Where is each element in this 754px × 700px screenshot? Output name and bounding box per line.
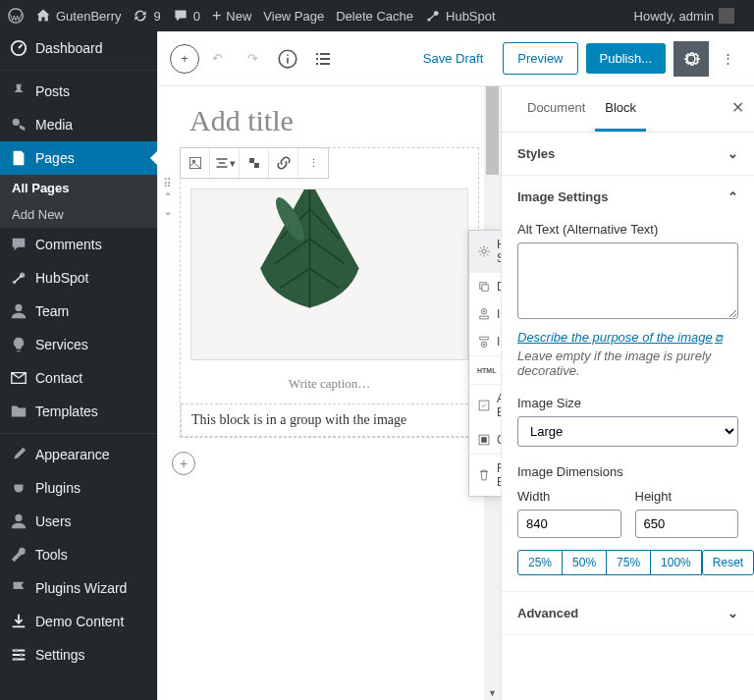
pages-submenu: All Pages Add New: [0, 175, 157, 228]
more-menu[interactable]: ⋮: [713, 51, 742, 66]
add-to-reusable[interactable]: Add to Reusable Blocks: [469, 385, 501, 426]
menu-services[interactable]: Services: [0, 328, 157, 361]
block-editor: + ↶ ↷ Save Draft Preview Publish... ⋮ Ad…: [157, 31, 754, 700]
duplicate-block[interactable]: DuplicateCtrl+Shift+D: [469, 273, 501, 300]
avatar: [719, 8, 734, 24]
insert-after[interactable]: Insert AfterCtrl+Alt+Y: [469, 328, 501, 355]
settings-toggle[interactable]: [673, 41, 709, 77]
redo-button[interactable]: ↷: [235, 41, 270, 77]
delete-cache[interactable]: Delete Cache: [336, 9, 413, 24]
submenu-add-new[interactable]: Add New: [0, 201, 157, 228]
block-options-dropdown: Hide Block SettingsCtrl+Shift+, Duplicat…: [468, 230, 501, 497]
image-caption[interactable]: Write caption…: [181, 370, 478, 398]
updates[interactable]: 9: [133, 8, 160, 24]
menu-posts[interactable]: Posts: [0, 75, 157, 108]
insert-before[interactable]: Insert BeforeCtrl+Alt+T: [469, 300, 501, 328]
site-name[interactable]: GutenBerry: [35, 8, 121, 24]
panel-styles-toggle[interactable]: Styles⌄: [502, 133, 754, 175]
trash-icon: [477, 468, 491, 482]
describe-link[interactable]: Describe the purpose of the image⧉: [517, 330, 723, 345]
menu-demo-content[interactable]: Demo Content: [0, 605, 157, 638]
group-block[interactable]: ⠿⌃⌄ ▾ ⋮: [180, 147, 479, 438]
link-button[interactable]: [269, 148, 298, 178]
block-more-button[interactable]: ⋮: [298, 148, 328, 178]
image-size-select[interactable]: Large: [517, 416, 738, 447]
image-content: [191, 189, 467, 360]
svg-point-17: [482, 249, 486, 253]
width-label: Width: [517, 489, 621, 504]
panel-advanced-toggle[interactable]: Advanced⌄: [502, 592, 754, 634]
svg-point-10: [20, 653, 24, 657]
block-type-button[interactable]: [181, 148, 210, 178]
menu-hubspot[interactable]: HubSpot: [0, 261, 157, 295]
svg-point-14: [192, 160, 194, 162]
menu-settings[interactable]: Settings: [0, 638, 157, 672]
menu-media[interactable]: Media: [0, 108, 157, 141]
chevron-down-icon: ⌄: [727, 606, 738, 620]
post-title[interactable]: Add title: [158, 86, 501, 147]
editor-canvas[interactable]: Add title ⠿⌃⌄ ▾ ⋮: [158, 86, 501, 700]
undo-button[interactable]: ↶: [199, 41, 235, 77]
alt-text-input[interactable]: [517, 242, 738, 319]
user-icon: [10, 512, 27, 530]
reset-size-button[interactable]: Reset: [702, 550, 754, 575]
menu-users[interactable]: Users: [0, 505, 157, 538]
height-input[interactable]: [635, 510, 739, 538]
group-blocks[interactable]: Group: [469, 426, 501, 454]
size-25-button[interactable]: 25%: [517, 550, 563, 575]
refresh-icon: [133, 8, 148, 24]
hide-block-settings[interactable]: Hide Block SettingsCtrl+Shift+,: [469, 231, 501, 272]
save-draft-button[interactable]: Save Draft: [411, 43, 495, 74]
add-block-below[interactable]: +: [172, 452, 195, 475]
block-mover[interactable]: ⠿⌃⌄: [163, 178, 173, 217]
alt-hint: Leave empty if the image is purely decor…: [517, 349, 738, 378]
width-input[interactable]: [517, 510, 621, 538]
menu-pages[interactable]: Pages: [0, 141, 157, 175]
remove-block[interactable]: Remove BlockShift+Alt+Z: [469, 455, 501, 496]
admin-bar: GutenBerry 9 0 +New View Page Delete Cac…: [0, 0, 754, 31]
wp-logo[interactable]: [8, 8, 24, 24]
comments-count[interactable]: 0: [173, 8, 200, 24]
menu-appearance[interactable]: Appearance: [0, 438, 157, 471]
size-75-button[interactable]: 75%: [606, 550, 651, 575]
menu-plugins-wizard[interactable]: Plugins Wizard: [0, 571, 157, 605]
image-dimensions-label: Image Dimensions: [517, 464, 738, 479]
bulb-icon: [10, 336, 27, 353]
menu-comments[interactable]: Comments: [0, 228, 157, 261]
dashboard-icon: [10, 39, 27, 57]
submenu-all-pages[interactable]: All Pages: [0, 175, 157, 201]
my-account[interactable]: Howdy, admin: [634, 8, 734, 24]
info-button[interactable]: [270, 41, 305, 77]
menu-contact[interactable]: Contact: [0, 361, 157, 395]
preview-button[interactable]: Preview: [503, 42, 577, 75]
outline-button[interactable]: [305, 41, 341, 77]
align-button[interactable]: ▾: [210, 148, 240, 178]
menu-templates[interactable]: Templates: [0, 395, 157, 428]
view-page[interactable]: View Page: [263, 9, 324, 24]
menu-tools[interactable]: Tools: [0, 538, 157, 571]
height-label: Height: [635, 489, 739, 504]
tab-document[interactable]: Document: [517, 86, 595, 132]
size-50-button[interactable]: 50%: [562, 550, 607, 575]
image-block[interactable]: [190, 188, 468, 360]
media-icon: [10, 116, 27, 134]
hubspot-icon: [425, 8, 441, 24]
sliders-icon: [10, 646, 27, 664]
close-inspector[interactable]: ✕: [731, 98, 744, 117]
menu-dashboard[interactable]: Dashboard: [0, 31, 157, 65]
html-icon: HTML: [477, 367, 496, 374]
tab-block[interactable]: Block: [595, 86, 646, 132]
hubspot-menu[interactable]: HubSpot: [425, 8, 496, 24]
publish-button[interactable]: Publish...: [586, 43, 666, 74]
chevron-down-icon: ⌄: [727, 146, 738, 161]
crop-button[interactable]: [240, 148, 269, 178]
edit-as-html[interactable]: HTMLEdit as HTML: [469, 356, 501, 384]
add-block-button[interactable]: +: [170, 44, 199, 74]
user-icon: [10, 302, 27, 320]
paragraph-block[interactable]: This block is in a group with the image: [181, 404, 478, 437]
panel-image-settings-toggle[interactable]: Image Settings⌃: [502, 176, 754, 218]
menu-team[interactable]: Team: [0, 295, 157, 328]
size-100-button[interactable]: 100%: [650, 550, 702, 575]
menu-plugins[interactable]: Plugins: [0, 471, 157, 505]
new-content[interactable]: +New: [212, 7, 251, 25]
